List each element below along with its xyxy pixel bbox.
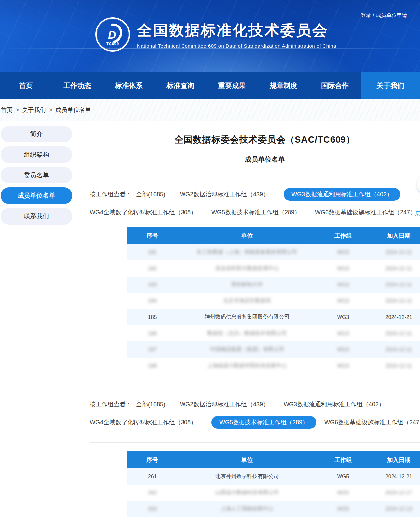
filter-WG6[interactable]: WG6数据基础设施标准工作组（247） xyxy=(315,206,416,219)
table-row[interactable]: 187中国物流集团（集团）有限公司WG32024-12-11 xyxy=(127,341,420,358)
table-row[interactable]: 182农业农村部大数据发展中心WG32024-12-11 xyxy=(127,260,420,277)
cell-no: 183 xyxy=(127,277,178,293)
cell-org: 上海人工智能创新中心 xyxy=(178,501,316,517)
filter-row-2: WG4全域数字化转型标准工作组（308）WG5数据技术标准工作组（289）WG6… xyxy=(90,206,420,219)
robot-mascot-icon xyxy=(416,175,420,204)
cell-date: 2024-12-11 xyxy=(370,325,420,341)
cell-date: 2024-12-13 xyxy=(370,501,420,517)
sidebar-item-组织架构[interactable]: 组织架构 xyxy=(1,146,72,163)
nav-item-首页[interactable]: 首页 xyxy=(0,72,52,99)
cell-org: 中国物流集团（集团）有限公司 xyxy=(178,341,316,358)
nav-item-关于我们[interactable]: 关于我们 xyxy=(361,72,420,99)
workgroup-filter-block: 按工作组查看：全部(1685)WG2数据治理标准工作组（439）WG3数据流通利… xyxy=(90,398,420,429)
cell-no: 185 xyxy=(127,309,178,325)
cell-no: 186 xyxy=(127,325,178,341)
table-row[interactable]: 185神州数码信息服务集团股份有限公司WG32024-12-21 xyxy=(127,309,420,325)
cell-wg: WG3 xyxy=(316,341,370,358)
table-header-row: 序号单位工作组加入日期 xyxy=(127,227,420,244)
cell-date: 2024-12-11 xyxy=(370,260,420,277)
column-header-工作组: 工作组 xyxy=(316,451,370,468)
breadcrumb-item-关于我们[interactable]: 关于我们 xyxy=(22,106,46,114)
logo-tc609-label: TC609 xyxy=(106,42,119,46)
nav-item-规章制度[interactable]: 规章制度 xyxy=(258,72,309,99)
filter-WG3[interactable]: WG3数据流通利用标准工作组（402） xyxy=(284,398,385,411)
site-banner: 登录 / 成员单位申请 D TC609 全国数据标准化技术委员会 Nationa… xyxy=(0,0,420,72)
cell-date: 2024-12-11 xyxy=(370,293,420,309)
filter-WG4[interactable]: WG4全域数字化转型标准工作组（308） xyxy=(90,416,197,429)
column-header-序号: 序号 xyxy=(127,227,178,244)
cell-wg: WG3 xyxy=(316,277,370,293)
table-row[interactable]: 184北京市海淀区数据局WG32024-12-11 xyxy=(127,293,420,309)
filter-全部([interactable]: 全部(1685) xyxy=(136,188,165,201)
cell-no: 261 xyxy=(127,468,178,485)
filter-row-1: 按工作组查看：全部(1685)WG2数据治理标准工作组（439）WG3数据流通利… xyxy=(90,398,420,411)
table-row[interactable]: 181长三角数据（上海）智能装备股份有限公司WG32024-12-11 xyxy=(127,244,420,260)
cell-no: 262 xyxy=(127,485,178,501)
cell-wg: WG3 xyxy=(316,244,370,260)
cell-org: 数据堂（北京）数据技术有限公司 xyxy=(178,325,316,341)
filter-WG4[interactable]: WG4全域数字化转型标准工作组（308） xyxy=(90,206,197,219)
column-header-加入日期: 加入日期 xyxy=(370,451,420,468)
table-row[interactable]: 263上海人工智能创新中心WG52024-12-13 xyxy=(127,501,420,517)
filter-group-label: 按工作组查看： xyxy=(90,400,131,408)
nav-item-标准体系[interactable]: 标准体系 xyxy=(103,72,155,99)
breadcrumb-item-成员单位名单: 成员单位名单 xyxy=(55,106,91,114)
cell-org: 北京神州数字科技有限公司 xyxy=(178,468,316,485)
column-header-序号: 序号 xyxy=(127,451,178,468)
member-table-2: 序号单位工作组加入日期261北京神州数字科技有限公司WG52024-12-212… xyxy=(127,451,420,518)
logo-d-glyph: D xyxy=(108,28,116,41)
site-brand: D TC609 全国数据标准化技术委员会 National Technical … xyxy=(95,17,336,52)
filter-row-2: WG4全域数字化转型标准工作组（308）WG5数据技术标准工作组（289）WG6… xyxy=(90,416,420,429)
section-divider xyxy=(90,388,420,388)
filter-WG5[interactable]: WG5数据技术标准工作组（289） xyxy=(211,206,300,219)
cell-wg: WG3 xyxy=(316,260,370,277)
breadcrumb-separator: > xyxy=(16,107,19,114)
sidebar-item-委员名单[interactable]: 委员名单 xyxy=(1,167,72,183)
cell-org: 北京市海淀区数据局 xyxy=(178,293,316,309)
main-navigation: 首页工作动态标准体系标准查询重要成果规章制度国际合作关于我们 xyxy=(0,72,420,99)
committee-logo-icon: D TC609 xyxy=(95,17,130,52)
filter-全部([interactable]: 全部(1685) xyxy=(136,398,165,411)
cell-wg: WG3 xyxy=(316,293,370,309)
cell-date: 2024-12-11 xyxy=(370,244,420,260)
login-register-links[interactable]: 登录 / 成员单位申请 xyxy=(361,12,407,19)
nav-item-国际合作[interactable]: 国际合作 xyxy=(309,72,361,99)
sidebar: 简介组织架构委员名单成员单位名单联系我们 xyxy=(0,121,77,518)
member-section-1: 按工作组查看：全部(1685)WG2数据治理标准工作组（439）WG3数据流通利… xyxy=(90,188,420,374)
sidebar-item-联系我们[interactable]: 联系我们 xyxy=(1,208,72,225)
cell-org: 农业农村部大数据发展中心 xyxy=(178,260,316,277)
filter-WG3[interactable]: WG3数据流通利用标准工作组（402） xyxy=(284,188,400,201)
nav-item-标准查询[interactable]: 标准查询 xyxy=(155,72,206,99)
cell-date: 2024-12-11 xyxy=(370,358,420,374)
table-row[interactable]: 261北京神州数字科技有限公司WG52024-12-21 xyxy=(127,468,420,485)
filter-WG2[interactable]: WG2数据治理标准工作组（439） xyxy=(180,188,269,201)
table-row[interactable]: 188上海临港大数据学院科技创新中心WG32024-12-11 xyxy=(127,358,420,374)
filter-row-1: 按工作组查看：全部(1685)WG2数据治理标准工作组（439）WG3数据流通利… xyxy=(90,188,420,201)
breadcrumb-separator: > xyxy=(49,107,53,114)
cell-org: 神州数码信息服务集团股份有限公司 xyxy=(178,309,316,325)
sidebar-item-简介[interactable]: 简介 xyxy=(1,126,72,142)
filter-WG5[interactable]: WG5数据技术标准工作组（289） xyxy=(211,416,316,429)
chat-assistant-widget[interactable]: 点我提问 xyxy=(413,175,420,217)
filter-table-divider-2 xyxy=(90,442,420,443)
cell-date: 2024-12-11 xyxy=(370,277,420,293)
table-row[interactable]: 183西安邮电大学WG32024-12-11 xyxy=(127,277,420,293)
nav-item-重要成果[interactable]: 重要成果 xyxy=(206,72,258,99)
table-row[interactable]: 186数据堂（北京）数据技术有限公司WG32024-12-11 xyxy=(127,325,420,341)
table-row[interactable]: 262山西远大数据科技有限公司WG52024-12-17 xyxy=(127,485,420,501)
filter-WG6[interactable]: WG6数据基础设施标准工作组（247） xyxy=(324,416,420,429)
column-header-工作组: 工作组 xyxy=(316,227,370,244)
member-table-1: 序号单位工作组加入日期181长三角数据（上海）智能装备股份有限公司WG32024… xyxy=(127,227,420,374)
column-header-单位: 单位 xyxy=(178,227,316,244)
cell-no: 188 xyxy=(127,358,178,374)
filter-group-label: 按工作组查看： xyxy=(90,190,131,198)
filter-WG2[interactable]: WG2数据治理标准工作组（439） xyxy=(180,398,269,411)
nav-item-工作动态[interactable]: 工作动态 xyxy=(52,72,103,99)
ask-me-label: 点我提问 xyxy=(413,208,420,217)
cell-org: 长三角数据（上海）智能装备股份有限公司 xyxy=(178,244,316,260)
cell-date: 2024-12-21 xyxy=(370,309,420,325)
sidebar-item-成员单位名单[interactable]: 成员单位名单 xyxy=(1,187,72,204)
breadcrumb-item-首页[interactable]: 首页 xyxy=(1,106,13,114)
cell-org: 西安邮电大学 xyxy=(178,277,316,293)
cell-wg: WG3 xyxy=(316,309,370,325)
